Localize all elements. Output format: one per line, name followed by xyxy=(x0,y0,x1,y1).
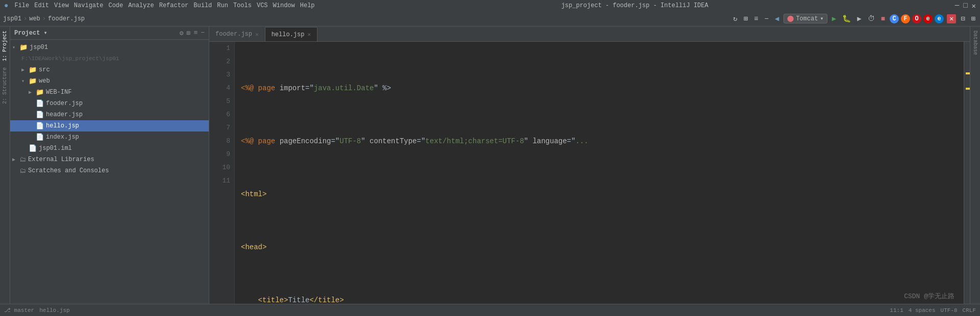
code-editor[interactable]: 1 2 3 4 5 6 7 8 9 10 11 <%@ page import=… xyxy=(209,42,970,304)
debug-icon[interactable]: 🐛 xyxy=(841,13,852,24)
extra-icon[interactable]: ✕ xyxy=(947,14,956,23)
tab-hello[interactable]: hello.jsp ✕ xyxy=(265,27,317,41)
tree-item-web[interactable]: ▾ 📁 web xyxy=(10,75,209,87)
breadcrumb-sep2: › xyxy=(42,15,46,22)
tree-item-scratches[interactable]: 🗂 Scratches and Consoles xyxy=(10,165,209,176)
tree-item-fooder[interactable]: 📄 fooder.jsp xyxy=(10,98,209,109)
gear-settings-icon[interactable]: ⚙ xyxy=(180,29,184,37)
panel-layout-icon[interactable]: ⊟ xyxy=(959,13,966,24)
tab-fooder-close[interactable]: ✕ xyxy=(255,31,259,38)
gutter-mark2 xyxy=(966,88,970,90)
tree-label-fooder: fooder.jsp xyxy=(46,100,83,107)
menu-window[interactable]: Window xyxy=(273,2,295,9)
database-tab[interactable]: Database xyxy=(971,29,979,57)
menu-help[interactable]: Help xyxy=(300,2,315,9)
tree-label-index: index.jsp xyxy=(46,134,79,141)
window-title: jsp_project - fooder.jsp - IntelliJ IDEA xyxy=(315,2,955,9)
right-panel: Database xyxy=(970,27,980,304)
code-line-3: <html> xyxy=(241,188,958,201)
expand-all-icon[interactable]: ⊞ xyxy=(187,29,191,37)
tree-item-hello[interactable]: 📄 hello.jsp xyxy=(10,120,209,131)
chrome-icon[interactable]: C xyxy=(890,14,899,23)
breadcrumb-jsp01[interactable]: jsp01 xyxy=(3,15,21,22)
settings-icon[interactable]: ≡ xyxy=(752,14,760,24)
line-col[interactable]: 11:1 xyxy=(890,307,903,313)
sidebar-tab-structure[interactable]: 2: Structure xyxy=(1,65,9,106)
status-bar: ⎇ master hello.jsp 11:1 4 spaces UTF-8 C… xyxy=(0,304,980,316)
tree-item-iml[interactable]: 📄 jsp01.iml xyxy=(10,143,209,154)
menu-file[interactable]: File xyxy=(14,2,29,9)
menu-vcs[interactable]: VCS xyxy=(257,2,268,9)
tomcat-run-button[interactable]: ⬤ Tomcat ▾ xyxy=(783,14,827,23)
tree-item-header[interactable]: 📄 header.jsp xyxy=(10,109,209,120)
tree-item-jsp01[interactable]: ▾ 📁 jsp01 xyxy=(10,42,209,53)
toolbar: jsp01 › web › fooder.jsp ↻ ⊞ ≡ − ◀ ⬤ Tom… xyxy=(0,11,980,27)
project-panel-title: Project ▾ xyxy=(14,29,47,37)
profile-icon[interactable]: ⏱ xyxy=(866,14,876,24)
menu-tools[interactable]: Tools xyxy=(233,2,252,9)
breadcrumb-file[interactable]: fooder.jsp xyxy=(48,15,85,22)
menu-analyze[interactable]: Analyze xyxy=(128,2,154,9)
coverage-icon[interactable]: ▶ xyxy=(855,13,863,24)
tree-item-webinf[interactable]: ▶ 📁 WEB-INF xyxy=(10,87,209,98)
firefox-icon[interactable]: F xyxy=(901,14,910,23)
maximize-button[interactable]: □ xyxy=(963,2,967,10)
project-panel-header: Project ▾ ⚙ ⊞ ≡ − xyxy=(10,27,209,40)
tree-item-index[interactable]: 📄 index.jsp xyxy=(10,131,209,143)
window-controls[interactable]: ─ □ ✕ xyxy=(955,2,976,10)
menu-run[interactable]: Run xyxy=(217,2,228,9)
menu-edit[interactable]: Edit xyxy=(34,2,49,9)
file-tree: ▾ 📁 jsp01 F:\IDEAWork\jsp_project\jsp01 … xyxy=(10,40,209,304)
menu-view[interactable]: View xyxy=(54,2,69,9)
tab-hello-label: hello.jsp xyxy=(272,31,305,38)
structure-icon[interactable]: ⊞ xyxy=(742,13,749,24)
opera-icon[interactable]: O xyxy=(912,14,921,23)
encoding[interactable]: UTF-8 xyxy=(941,307,958,313)
tab-fooder[interactable]: fooder.jsp ✕ xyxy=(209,27,265,41)
close-button[interactable]: ✕ xyxy=(972,2,976,10)
menu-bar[interactable]: File Edit View Navigate Code Analyze Ref… xyxy=(14,2,314,9)
status-left: ⎇ master hello.jsp xyxy=(4,307,70,313)
watermark: CSDN @学无止路 xyxy=(904,292,954,301)
breadcrumb-web[interactable]: web xyxy=(29,15,40,22)
tomcat-icon: ⬤ xyxy=(787,15,794,22)
collapse-all-icon[interactable]: ≡ xyxy=(193,29,198,37)
tree-label-hello: hello.jsp xyxy=(46,122,79,129)
menu-code[interactable]: Code xyxy=(108,2,123,9)
indent-info[interactable]: 4 spaces xyxy=(909,307,936,313)
editor-tabs: fooder.jsp ✕ hello.jsp ✕ xyxy=(209,27,970,42)
tomcat-dropdown-icon[interactable]: ▾ xyxy=(820,15,824,22)
minus-icon[interactable]: − xyxy=(763,14,770,24)
code-line-1: <%@ page import="java.util.Date" %> xyxy=(241,82,958,95)
toolbar-right: ↻ ⊞ ≡ − ◀ ⬤ Tomcat ▾ ▶ 🐛 ▶ ⏱ ■ C F O e e… xyxy=(731,13,977,24)
git-branch[interactable]: ⎇ master xyxy=(4,307,34,313)
tree-path-label: F:\IDEAWork\jsp_project\jsp01 xyxy=(21,56,119,62)
code-line-4: <head> xyxy=(241,241,958,254)
ie-icon[interactable]: e xyxy=(923,14,933,23)
app-icon: ● xyxy=(4,2,8,10)
sidebar-tabs: 1: Project 2: Structure xyxy=(0,27,10,304)
tree-item-src[interactable]: ▶ 📁 src xyxy=(10,64,209,75)
menu-refactor[interactable]: Refactor xyxy=(159,2,189,9)
code-line-5: <title>Title</title> xyxy=(241,294,958,304)
scroll-gutter xyxy=(964,42,970,304)
minimize-button[interactable]: ─ xyxy=(955,2,959,10)
tree-item-extlibs[interactable]: ▶ 🗂 External Libraries xyxy=(10,154,209,165)
split-icon[interactable]: ⊞ xyxy=(970,13,977,24)
close-panel-icon[interactable]: − xyxy=(201,29,205,37)
refresh-icon[interactable]: ↻ xyxy=(731,13,739,24)
status-right: 11:1 4 spaces UTF-8 CRLF xyxy=(890,307,976,313)
code-content[interactable]: <%@ page import="java.util.Date" %> <%@ … xyxy=(235,42,964,304)
stop-icon[interactable]: ■ xyxy=(879,14,887,24)
line-ending[interactable]: CRLF xyxy=(963,307,976,313)
menu-navigate[interactable]: Navigate xyxy=(74,2,104,9)
title-bar: ● File Edit View Navigate Code Analyze R… xyxy=(0,0,980,11)
menu-build[interactable]: Build xyxy=(193,2,212,9)
edge-icon[interactable]: e xyxy=(935,14,944,23)
tab-hello-close[interactable]: ✕ xyxy=(307,31,311,38)
code-line-2: <%@ page pageEncoding="UTF-8" contentTyp… xyxy=(241,135,958,148)
status-info: hello.jsp xyxy=(39,307,69,313)
nav-left-icon[interactable]: ◀ xyxy=(773,13,780,24)
sidebar-tab-project[interactable]: 1: Project xyxy=(1,29,9,63)
run-icon[interactable]: ▶ xyxy=(830,13,838,24)
